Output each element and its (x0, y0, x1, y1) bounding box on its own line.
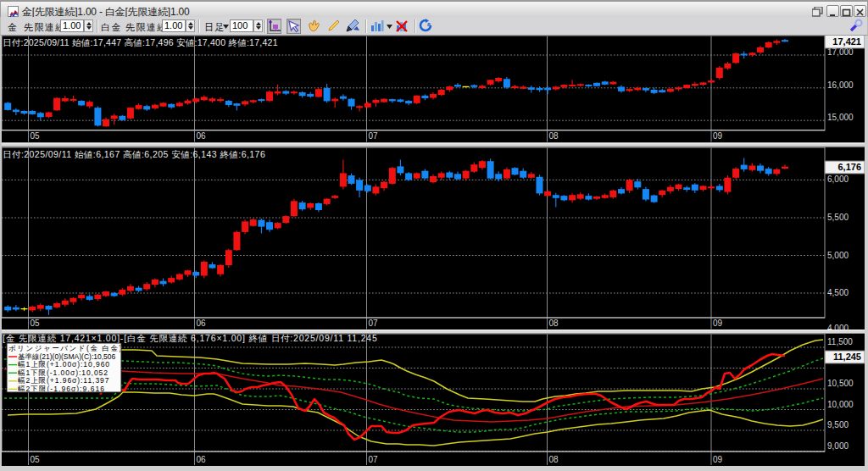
svg-text:17,000: 17,000 (827, 47, 854, 57)
svg-text:a: a (427, 21, 431, 27)
svg-text:09: 09 (713, 131, 723, 141)
svg-text:08: 08 (549, 131, 559, 141)
svg-text:16,000: 16,000 (827, 80, 854, 90)
svg-text:09: 09 (713, 455, 723, 464)
svg-text:08: 08 (549, 455, 559, 464)
svg-text:05: 05 (31, 131, 41, 141)
svg-text:08: 08 (549, 319, 559, 328)
svg-text:幅2上限(+1.96σ):11,397: 幅2上限(+1.96σ):11,397 (18, 376, 109, 385)
svg-text:06: 06 (197, 455, 207, 464)
svg-text:11,245: 11,245 (833, 352, 861, 362)
svg-text:06: 06 (197, 131, 207, 141)
svg-text:[金 先限連続 17,421×1.00]-[白金 先限連続: [金 先限連続 17,421×1.00]-[白金 先限連続 6,176×1.00… (3, 333, 378, 343)
svg-text:06: 06 (197, 319, 207, 328)
svg-text:10,500: 10,500 (827, 379, 854, 388)
svg-text:日付:2025/09/11 始値:17,447 高値:17,: 日付:2025/09/11 始値:17,447 高値:17,496 安値:17,… (3, 37, 278, 47)
svg-text:05: 05 (31, 319, 41, 328)
svg-text:4,500: 4,500 (827, 288, 849, 297)
svg-text:基準線(21)(0)(SMA)(C):10,506: 基準線(21)(0)(SMA)(C):10,506 (18, 352, 116, 361)
svg-text:15,000: 15,000 (827, 113, 854, 122)
svg-text:07: 07 (369, 131, 379, 141)
svg-text:11,500: 11,500 (827, 337, 853, 346)
svg-text:6,000: 6,000 (827, 175, 849, 184)
svg-text:9,500: 9,500 (827, 420, 849, 429)
svg-text:07: 07 (369, 455, 379, 464)
svg-text:幅1下限(-1.00σ):10,052: 幅1下限(-1.00σ):10,052 (18, 368, 108, 377)
svg-text:幅1上限(+1.00σ):10,960: 幅1上限(+1.00σ):10,960 (18, 360, 110, 368)
svg-text:09: 09 (713, 319, 723, 328)
svg-text:17,421: 17,421 (832, 36, 861, 47)
svg-text:6,176: 6,176 (837, 162, 861, 172)
svg-text:9,000: 9,000 (827, 441, 849, 451)
svg-text:ボリンジャーバンド(金 白金)△×: ボリンジャーバンド(金 白金)△× (8, 344, 136, 352)
svg-text:5,500: 5,500 (827, 213, 849, 222)
svg-text:05: 05 (31, 455, 41, 464)
svg-text:日付:2025/09/11 始値:6,167 高値:6,20: 日付:2025/09/11 始値:6,167 高値:6,205 安値:6,143… (3, 149, 265, 159)
svg-text:10,000: 10,000 (827, 400, 854, 409)
svg-text:5,000: 5,000 (827, 251, 849, 260)
svg-text:07: 07 (369, 319, 379, 328)
